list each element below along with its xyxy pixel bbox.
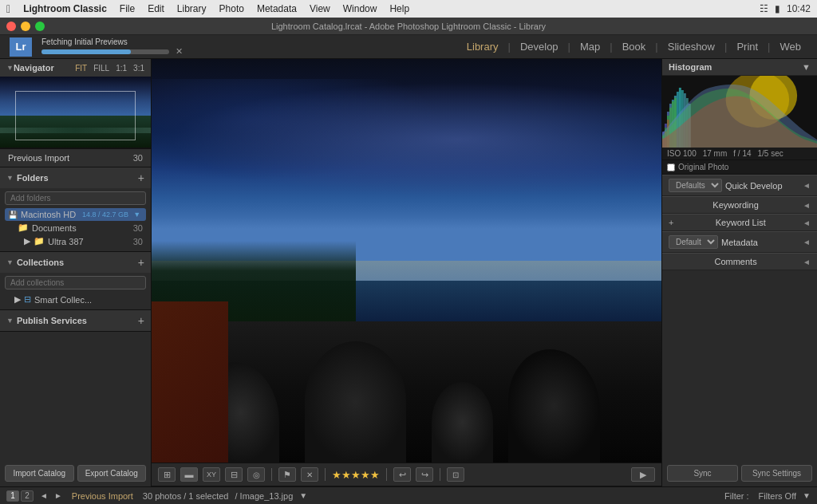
page-2[interactable]: 2 bbox=[21, 490, 34, 502]
comments-header[interactable]: Comments ◄ bbox=[662, 253, 817, 270]
keyword-list-header[interactable]: + Keyword List ◄ bbox=[662, 214, 817, 231]
view-compare-button[interactable]: XY bbox=[203, 467, 220, 482]
histogram-header[interactable]: Histogram ▼ bbox=[662, 59, 817, 76]
page-1[interactable]: 1 bbox=[6, 490, 19, 502]
photo-count: 30 photos / 1 selected bbox=[143, 491, 229, 501]
view-single-button[interactable]: ▬ bbox=[180, 467, 198, 482]
view-grid-button[interactable]: ⊞ bbox=[158, 467, 176, 482]
scroll-right-button[interactable]: ▶ bbox=[631, 467, 655, 482]
smart-collection[interactable]: ▶ ⊟ Smart Collec... bbox=[5, 293, 146, 306]
menu-file[interactable]: File bbox=[120, 3, 135, 14]
folder-ultra[interactable]: ▶ 📁 Ultra 387 30 bbox=[5, 234, 146, 248]
comments-title: Comments bbox=[714, 257, 756, 266]
keyword-add[interactable]: + bbox=[669, 218, 673, 227]
close-button[interactable] bbox=[6, 22, 16, 31]
filter-dropdown[interactable]: ▼ bbox=[803, 491, 811, 500]
aperture-label: f / 14 bbox=[733, 149, 751, 158]
keywording-header[interactable]: Keywording ◄ bbox=[662, 196, 817, 214]
metadata-arrow: ◄ bbox=[803, 238, 811, 246]
coll-icon: ⊟ bbox=[24, 294, 31, 305]
one-one-option[interactable]: 1:1 bbox=[116, 64, 127, 73]
import-export-area: Import Catalog Export Catalog bbox=[0, 460, 151, 486]
nav-fwd-button[interactable]: ► bbox=[54, 491, 62, 500]
module-library[interactable]: Library bbox=[460, 39, 505, 54]
fetch-close[interactable]: ✕ bbox=[176, 46, 183, 57]
histogram-arrow: ▼ bbox=[802, 62, 811, 72]
metadata-preset[interactable]: Default bbox=[669, 235, 718, 249]
menu-view[interactable]: View bbox=[310, 3, 330, 14]
folder-documents[interactable]: 📁 Documents 30 bbox=[5, 221, 146, 234]
module-book[interactable]: Book bbox=[616, 39, 653, 54]
menu-library[interactable]: Library bbox=[177, 3, 207, 14]
import-catalog-button[interactable]: Import Catalog bbox=[5, 465, 74, 482]
minimize-button[interactable] bbox=[21, 22, 30, 31]
histogram-area bbox=[662, 76, 817, 148]
menu-metadata[interactable]: Metadata bbox=[257, 3, 297, 14]
original-photo-checkbox[interactable] bbox=[667, 163, 675, 171]
menu-photo[interactable]: Photo bbox=[219, 3, 244, 14]
three-one-option[interactable]: 3:1 bbox=[133, 64, 144, 73]
reject-button[interactable]: ✕ bbox=[301, 467, 318, 482]
sync-settings-button[interactable]: Sync Settings bbox=[741, 465, 812, 482]
folders-header[interactable]: ▼ Folders + bbox=[0, 167, 151, 188]
previous-import-item[interactable]: Previous Import 30 bbox=[0, 149, 151, 167]
export-catalog-button[interactable]: Export Catalog bbox=[77, 465, 147, 482]
battery-icon: ▮ bbox=[775, 3, 780, 14]
folder-macintosh[interactable]: 💾 Macintosh HD 14.8 / 42.7 GB ▼ bbox=[5, 208, 146, 221]
flag-button[interactable]: ⚑ bbox=[278, 467, 296, 482]
module-map[interactable]: Map bbox=[574, 39, 606, 54]
folders-search[interactable] bbox=[5, 191, 146, 205]
separator-2 bbox=[325, 468, 326, 481]
navigator-section: ▼ Navigator FIT FILL 1:1 3:1 bbox=[0, 59, 151, 149]
comments-arrow: ◄ bbox=[803, 258, 811, 266]
histogram-section: Histogram ▼ bbox=[662, 59, 817, 175]
filmstrip-bar: 1 2 ◄ ► Previous Import 30 photos / 1 se… bbox=[0, 486, 817, 504]
view-survey-button[interactable]: ⊟ bbox=[225, 467, 243, 482]
view-people-button[interactable]: ◎ bbox=[247, 467, 265, 482]
module-develop[interactable]: Develop bbox=[514, 39, 565, 54]
extras-button[interactable]: ⊡ bbox=[447, 467, 464, 482]
navigator-preview bbox=[0, 77, 151, 148]
keyword-list-title: Keyword List bbox=[716, 218, 766, 227]
publish-add[interactable]: + bbox=[138, 314, 144, 327]
clock-icon: 10:42 bbox=[787, 3, 811, 14]
collections-header[interactable]: ▼ Collections + bbox=[0, 252, 151, 273]
menu-window[interactable]: Window bbox=[343, 3, 377, 14]
dropdown-icon[interactable]: ▼ bbox=[299, 491, 307, 500]
main-photo-area[interactable] bbox=[152, 59, 661, 463]
original-photo-row[interactable]: Original Photo bbox=[662, 160, 817, 175]
navigator-header[interactable]: ▼ Navigator FIT FILL 1:1 3:1 bbox=[0, 59, 151, 77]
rotate-right-button[interactable]: ↪ bbox=[416, 467, 433, 482]
fit-option[interactable]: FIT bbox=[75, 64, 87, 73]
rotate-left-button[interactable]: ↩ bbox=[393, 467, 411, 482]
apple-icon[interactable]:  bbox=[6, 2, 10, 15]
sync-button[interactable]: Sync bbox=[667, 465, 738, 482]
navigator-title: Navigator bbox=[14, 63, 54, 73]
folders-body: 💾 Macintosh HD 14.8 / 42.7 GB ▼ 📁 Docume… bbox=[0, 188, 151, 251]
fetch-progress bbox=[41, 49, 169, 54]
quick-develop-preset[interactable]: Defaults bbox=[669, 179, 722, 192]
module-web[interactable]: Web bbox=[774, 39, 808, 54]
folders-add[interactable]: + bbox=[138, 171, 144, 184]
module-tabs: Library | Develop | Map | Book | Slidesh… bbox=[460, 39, 807, 54]
wifi-icon: ☷ bbox=[760, 3, 768, 14]
separator-4 bbox=[440, 468, 440, 481]
module-slideshow[interactable]: Slideshow bbox=[661, 39, 721, 54]
publish-header[interactable]: ▼ Publish Services + bbox=[0, 310, 151, 331]
app-name: Lightroom Classic bbox=[23, 3, 107, 14]
collections-add[interactable]: + bbox=[138, 256, 144, 269]
quick-develop-header[interactable]: Defaults Quick Develop ◄ bbox=[662, 175, 817, 196]
page-numbers: 1 2 bbox=[6, 490, 34, 502]
collections-search[interactable] bbox=[5, 276, 146, 289]
menu-edit[interactable]: Edit bbox=[148, 3, 164, 14]
sync-area: Sync Sync Settings bbox=[662, 460, 817, 486]
metadata-header[interactable]: Default Metadata ◄ bbox=[662, 231, 817, 253]
menu-help[interactable]: Help bbox=[389, 3, 409, 14]
fill-option[interactable]: FILL bbox=[93, 64, 109, 73]
maximize-button[interactable] bbox=[35, 22, 45, 31]
folder-sub-icon: ▶ bbox=[24, 236, 30, 246]
module-print[interactable]: Print bbox=[730, 39, 764, 54]
filter-value[interactable]: Filters Off bbox=[759, 491, 796, 501]
star-rating[interactable]: ★★★★★ bbox=[332, 469, 380, 481]
nav-back-button[interactable]: ◄ bbox=[40, 491, 48, 500]
